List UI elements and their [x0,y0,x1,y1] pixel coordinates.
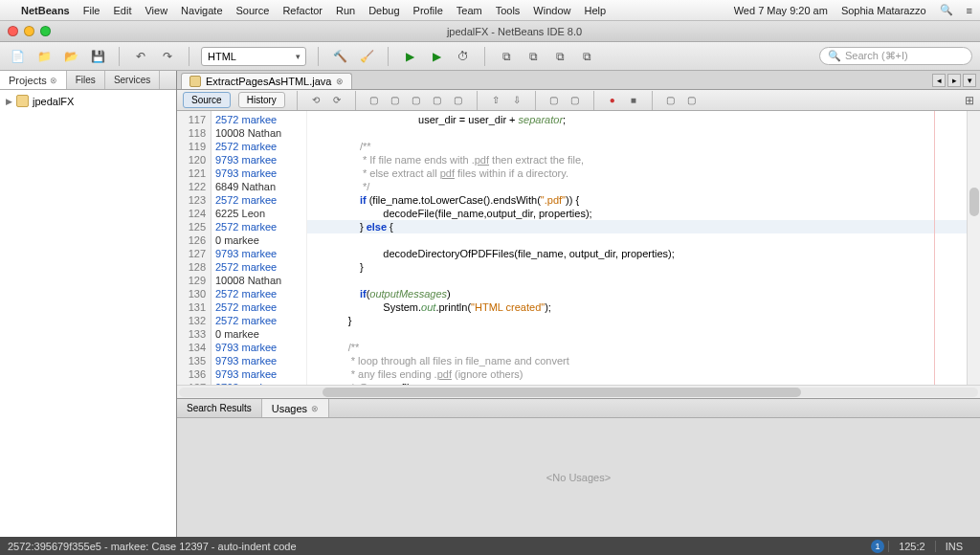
app-menu[interactable]: NetBeans [21,5,70,16]
menu-refactor[interactable]: Refactor [282,5,323,16]
window-titlebar: jpedalFX - NetBeans IDE 8.0 [0,21,980,42]
insert-mode[interactable]: INS [935,541,972,552]
usages-body: <No Usages> [177,418,980,537]
run-icon[interactable]: ▶ [400,47,419,66]
menu-view[interactable]: View [145,5,167,16]
open-icon[interactable]: 📂 [61,47,80,66]
scroll-thumb[interactable] [969,188,979,216]
menu-team[interactable]: Team [457,5,482,16]
status-commit-info: 2572:395679f355e5 - markee: Case 12397 -… [8,541,297,552]
editor-tabs-bar: ExtractPagesAsHTML.java ⊗ ◂ ▸ ▾ [177,71,980,90]
line-gutter[interactable]: 1171181191201211221231241251261271281291… [177,111,212,385]
menu-help[interactable]: Help [584,5,606,16]
editor-tool-icon[interactable]: ▢ [685,94,699,107]
status-bar: 2572:395679f355e5 - markee: Case 12397 -… [0,537,980,555]
build-icon[interactable]: 🔨 [330,47,349,66]
java-file-icon [189,76,201,87]
editor-toolbar: Source History ⟲ ⟳ ▢ ▢ ▢ ▢ ▢ ⇧ ⇩ ▢ ▢ ● ■… [177,90,980,111]
tab-close-icon[interactable]: ⊗ [336,77,344,86]
view-history-button[interactable]: History [238,92,285,108]
tab-projects[interactable]: Projects⊗ [0,71,67,89]
menubar-extras-icon[interactable]: ≡ [967,5,972,16]
window-minimize-button[interactable] [24,26,34,36]
stop-macro-icon[interactable]: ■ [627,94,640,107]
menu-run[interactable]: Run [336,5,355,16]
new-file-icon[interactable]: 📄 [8,47,27,66]
editor-tool-icon[interactable]: ▢ [664,94,678,107]
project-icon [16,95,29,107]
close-icon[interactable]: ⊗ [50,76,57,85]
profile-icon[interactable]: ⏱ [454,47,473,66]
editor-tool-icon[interactable]: ▢ [452,94,465,107]
output-panel: Search Results Usages⊗ <No Usages> [177,398,980,537]
menu-tools[interactable]: Tools [496,5,521,16]
menu-source[interactable]: Source [236,5,270,16]
project-label: jpedalFX [33,96,74,107]
tab-scroll-right-icon[interactable]: ▸ [947,74,961,87]
editor-tool-icon[interactable]: ▢ [431,94,444,107]
tab-search-results[interactable]: Search Results [177,399,262,417]
tab-scroll-left-icon[interactable]: ◂ [932,74,946,87]
clean-build-icon[interactable]: 🧹 [357,47,376,66]
toolbutton-d[interactable]: ⧉ [577,47,596,66]
menu-window[interactable]: Window [533,5,570,16]
editor-tab-label: ExtractPagesAsHTML.java [206,76,331,87]
menubar-clock[interactable]: Wed 7 May 9:20 am [734,5,828,16]
spotlight-icon[interactable]: 🔍 [940,4,953,16]
new-project-icon[interactable]: 📁 [34,47,54,66]
editor-tab-extractpages[interactable]: ExtractPagesAsHTML.java ⊗ [181,73,352,89]
tab-list-icon[interactable]: ▾ [963,74,976,87]
menu-debug[interactable]: Debug [368,5,399,16]
editor-tool-icon[interactable]: ▢ [410,94,423,107]
tab-services[interactable]: Services [105,71,160,89]
menu-edit[interactable]: Edit [113,5,131,16]
editor-tool-icon[interactable]: ⇩ [510,94,523,107]
view-source-button[interactable]: Source [183,92,231,108]
editor-tool-icon[interactable]: ▢ [547,94,561,107]
code-content[interactable]: user_dir = user_dir + separator; /** * I… [307,111,967,385]
editor-tool-icon[interactable]: ⟳ [330,94,344,107]
debug-icon[interactable]: ▶ [427,47,446,66]
global-search-input[interactable]: 🔍 Search (⌘+I) [819,47,972,65]
projects-pane: Projects⊗ Files Services ▶ jpedalFX [0,71,177,537]
scroll-thumb[interactable] [323,388,801,397]
editor-tool-icon[interactable]: ▢ [568,94,582,107]
tab-files[interactable]: Files [67,71,105,89]
save-all-icon[interactable]: 💾 [88,47,107,66]
project-tree-item[interactable]: ▶ jpedalFX [6,94,170,108]
menu-profile[interactable]: Profile [413,5,443,16]
notifications-badge[interactable]: 1 [871,540,884,553]
right-margin-line [934,111,935,385]
code-editor[interactable]: 1171181191201211221231241251261271281291… [177,111,980,385]
editor-tool-icon[interactable]: ▢ [368,94,381,107]
record-macro-icon[interactable]: ● [606,94,619,107]
cursor-position: 125:2 [888,541,935,552]
macos-menubar: NetBeans File Edit View Navigate Source … [0,0,980,21]
toolbutton-c[interactable]: ⧉ [550,47,569,66]
toolbutton-b[interactable]: ⧉ [523,47,543,66]
disclosure-icon[interactable]: ▶ [6,97,12,106]
menu-navigate[interactable]: Navigate [181,5,222,16]
run-config-dropdown[interactable]: HTML [201,47,306,66]
editor-tool-icon[interactable]: ▢ [389,94,402,107]
maximize-editor-icon[interactable]: ⊞ [965,94,974,107]
editor-tool-icon[interactable]: ⇧ [489,94,502,107]
window-zoom-button[interactable] [40,26,51,36]
redo-icon[interactable]: ↷ [158,47,177,66]
horizontal-scrollbar[interactable] [177,385,980,398]
tab-usages[interactable]: Usages⊗ [262,399,329,417]
main-toolbar: 📄 📁 📂 💾 ↶ ↷ HTML 🔨 🧹 ▶ ▶ ⏱ ⧉ ⧉ ⧉ ⧉ 🔍 Sea… [0,42,980,71]
menubar-user[interactable]: Sophia Matarazzo [841,5,926,16]
annotation-gutter: 2572 markee10008 Nathan2572 markee9793 m… [212,111,307,385]
vertical-scrollbar[interactable] [967,111,980,385]
toolbutton-a[interactable]: ⧉ [497,47,516,66]
menu-file[interactable]: File [83,5,100,16]
close-icon[interactable]: ⊗ [311,404,319,413]
window-title: jpedalFX - NetBeans IDE 8.0 [56,26,972,37]
editor-tool-icon[interactable]: ⟲ [309,94,323,107]
undo-icon[interactable]: ↶ [131,47,150,66]
window-close-button[interactable] [8,26,18,36]
